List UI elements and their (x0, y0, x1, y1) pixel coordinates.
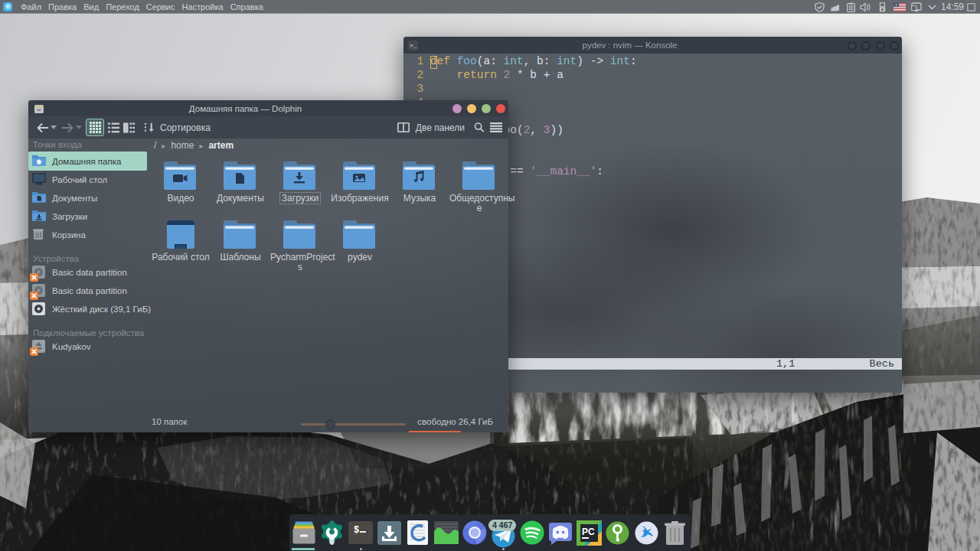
svg-text:$: $ (354, 525, 359, 536)
svg-text:PC: PC (582, 527, 595, 537)
